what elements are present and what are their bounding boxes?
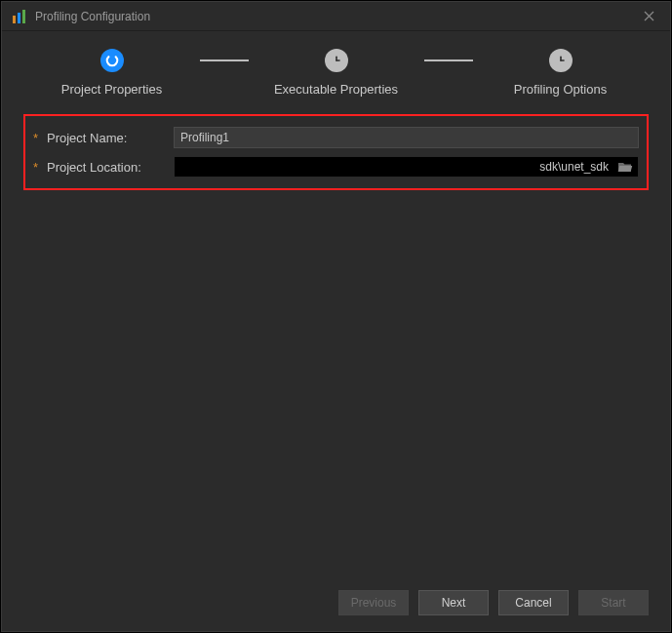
- step-connector: [200, 59, 249, 61]
- step-profiling-options[interactable]: Profiling Options: [473, 49, 649, 97]
- project-name-row: * Project Name:: [33, 126, 639, 149]
- required-mark: *: [33, 160, 47, 175]
- svg-rect-1: [18, 13, 20, 23]
- svg-point-5: [105, 54, 119, 67]
- step-label: Executable Properties: [274, 82, 398, 97]
- form-content: * Project Name: * Project Location: sdk\…: [2, 106, 670, 578]
- project-name-input[interactable]: [174, 127, 639, 148]
- clock-icon: [549, 49, 573, 72]
- project-location-field: sdk\unet_sdk: [174, 156, 639, 178]
- location-visible-text: sdk\unet_sdk: [539, 160, 609, 174]
- spinner-icon: [100, 49, 124, 72]
- step-executable-properties[interactable]: Executable Properties: [249, 49, 424, 97]
- dialog-title: Profiling Configuration: [35, 10, 637, 23]
- svg-rect-2: [22, 10, 25, 23]
- project-location-row: * Project Location: sdk\unet_sdk: [33, 155, 639, 178]
- highlighted-region: * Project Name: * Project Location: sdk\…: [23, 114, 649, 190]
- profiling-config-dialog: Profiling Configuration Project Properti…: [1, 1, 671, 632]
- project-location-label: Project Location:: [47, 160, 174, 175]
- step-label: Project Properties: [61, 82, 162, 97]
- required-mark: *: [33, 131, 47, 145]
- titlebar: Profiling Configuration: [2, 2, 670, 31]
- browse-folder-button[interactable]: [616, 159, 634, 175]
- clock-icon: [325, 49, 348, 72]
- start-button[interactable]: Start: [578, 590, 649, 615]
- svg-rect-0: [13, 16, 16, 23]
- wizard-stepper: Project Properties Executable Properties: [2, 31, 670, 106]
- app-icon: [12, 9, 27, 24]
- step-label: Profiling Options: [514, 82, 607, 97]
- next-button[interactable]: Next: [418, 590, 489, 615]
- button-bar: Previous Next Cancel Start: [2, 578, 670, 631]
- cancel-button[interactable]: Cancel: [498, 590, 569, 615]
- project-name-label: Project Name:: [47, 131, 174, 145]
- step-connector: [424, 59, 473, 61]
- close-button[interactable]: [637, 5, 660, 28]
- project-location-input[interactable]: sdk\unet_sdk: [175, 157, 613, 177]
- step-project-properties[interactable]: Project Properties: [24, 49, 200, 97]
- previous-button[interactable]: Previous: [338, 590, 409, 615]
